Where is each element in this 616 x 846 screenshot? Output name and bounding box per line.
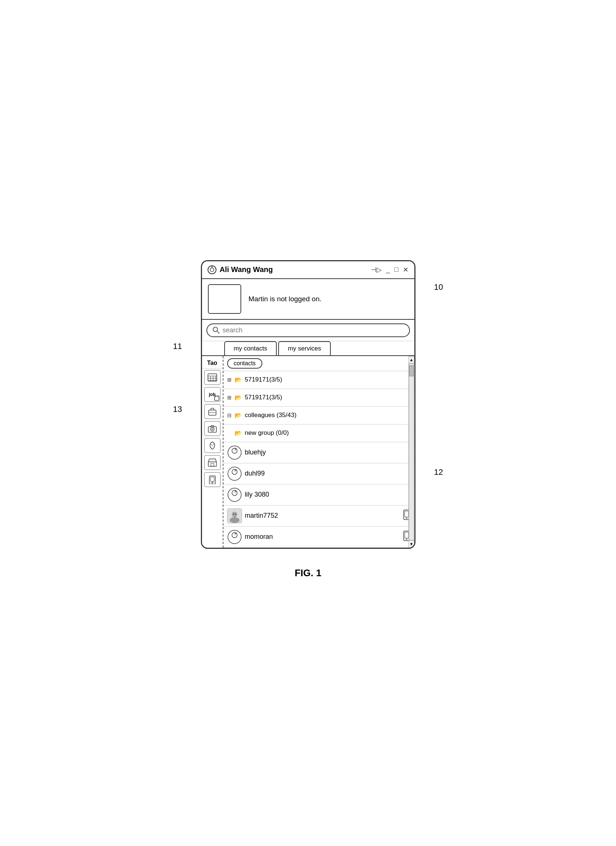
ref-label-11: 11 — [173, 342, 182, 351]
group-label: colleagues (35/43) — [245, 411, 297, 419]
ref-label-13: 13 — [173, 404, 182, 414]
svg-point-19 — [212, 429, 213, 430]
folder-icon: 📂 — [235, 412, 242, 419]
search-input[interactable] — [223, 326, 404, 334]
search-section — [202, 320, 414, 341]
avatar-duhl99 — [227, 466, 242, 481]
svg-point-41 — [235, 513, 236, 514]
list-item[interactable]: momoran — [223, 527, 414, 548]
search-icon — [213, 326, 220, 334]
ref-label-10: 10 — [434, 282, 443, 292]
list-item[interactable]: ⊟ 📂 colleagues (35/43) — [223, 407, 414, 424]
list-item[interactable]: ⊞ 📂 5719171(3/5) — [223, 389, 414, 407]
svg-line-20 — [213, 444, 214, 446]
list-item[interactable]: lily 3080 — [223, 485, 414, 505]
leaf-icon[interactable] — [204, 438, 220, 453]
profile-section: Martin is not logged on. — [202, 279, 414, 320]
sidebar: Tao — [202, 356, 223, 548]
window-controls: ⊣▷ _ □ ✕ — [371, 266, 408, 274]
ref-label-12: 12 — [434, 467, 443, 477]
svg-point-39 — [229, 517, 239, 523]
list-item[interactable]: ⊞ 📂 5719171(3/5) — [223, 371, 414, 389]
contact-name: duhl99 — [245, 470, 265, 477]
app-icon — [207, 265, 217, 275]
search-bar[interactable] — [207, 323, 410, 337]
svg-point-1 — [210, 268, 214, 272]
avatar-bluehjy — [227, 445, 242, 460]
avatar-momoran — [227, 530, 242, 544]
group-label: 5719171(3/5) — [245, 376, 282, 383]
svg-rect-23 — [211, 463, 214, 466]
svg-rect-25 — [211, 477, 214, 482]
svg-line-21 — [211, 444, 213, 446]
list-item[interactable]: 📂 new group (0/0) — [223, 424, 414, 442]
list-item[interactable]: martin7752 — [223, 505, 414, 527]
contacts-header: contacts — [223, 356, 414, 371]
sidebar-header: Tao — [202, 357, 223, 369]
svg-point-50 — [406, 539, 407, 540]
contact-name: martin7752 — [245, 512, 278, 520]
group-label: 5719171(3/5) — [245, 394, 282, 401]
content-area: Tao — [202, 356, 414, 548]
grid-icon[interactable] — [204, 370, 220, 385]
folder-icon: 📂 — [235, 376, 242, 383]
tab-my-contacts[interactable]: my contacts — [224, 341, 277, 355]
subgroup-label: new group (0/0) — [245, 429, 289, 437]
tabs-section: my contacts my services — [202, 341, 414, 356]
avatar — [208, 284, 241, 314]
main-window: Ali Wang Wang ⊣▷ _ □ ✕ Martin is not log… — [201, 260, 415, 549]
svg-rect-49 — [405, 532, 408, 538]
avatar-lily3080 — [227, 488, 242, 502]
svg-rect-22 — [208, 462, 216, 466]
svg-point-18 — [211, 427, 214, 431]
minimize-button[interactable]: _ — [386, 266, 390, 273]
svg-point-3 — [213, 327, 217, 332]
contact-name: lily 3080 — [245, 491, 269, 498]
contact-name: momoran — [245, 533, 273, 540]
contact-name: bluehjy — [245, 448, 266, 456]
scroll-down-button[interactable]: ▼ — [408, 540, 414, 548]
status-text: Martin is not logged on. — [249, 295, 322, 303]
fig-caption: FIG. 1 — [295, 567, 321, 579]
scrollbar: ▲ ▼ — [408, 356, 414, 548]
svg-point-44 — [406, 518, 407, 519]
svg-rect-43 — [405, 511, 408, 517]
list-panel: contacts ⊞ 📂 5719171(3/5) ⊞ — [223, 356, 414, 548]
svg-point-38 — [232, 511, 237, 517]
list-item[interactable]: duhl99 — [223, 463, 414, 485]
folder-icon: 📂 — [235, 394, 242, 401]
folder-icon: 📂 — [235, 430, 242, 437]
svg-point-27 — [212, 482, 213, 483]
tab-my-services[interactable]: my services — [278, 341, 331, 355]
contact-list: ⊞ 📂 5719171(3/5) ⊞ 📂 5719171(3/5) — [223, 371, 414, 548]
expand-icon[interactable]: ⊞ — [227, 377, 232, 383]
store-icon[interactable] — [204, 455, 220, 470]
expand-icon[interactable]: ⊞ — [227, 395, 232, 400]
scroll-thumb[interactable] — [409, 365, 414, 376]
avatar-martin7752 — [227, 508, 242, 523]
svg-line-4 — [217, 331, 219, 333]
maximize-button[interactable]: □ — [395, 266, 399, 273]
close-button[interactable]: ✕ — [403, 266, 408, 274]
svg-rect-5 — [208, 374, 217, 381]
list-item[interactable]: bluehjy — [223, 442, 414, 463]
scroll-track[interactable] — [409, 363, 414, 540]
scroll-up-button[interactable]: ▲ — [408, 356, 414, 363]
collapse-icon[interactable]: ⊟ — [227, 412, 232, 418]
svg-rect-12 — [214, 396, 219, 400]
job-icon[interactable]: job — [204, 387, 220, 402]
pin-button[interactable]: ⊣▷ — [371, 266, 382, 274]
contacts-button[interactable]: contacts — [227, 358, 263, 369]
camera-icon[interactable] — [204, 421, 220, 436]
svg-point-40 — [233, 513, 234, 514]
briefcase-icon[interactable] — [204, 404, 220, 419]
title-bar: Ali Wang Wang ⊣▷ _ □ ✕ — [202, 261, 414, 279]
window-title: Ali Wang Wang — [220, 265, 273, 274]
video-icon[interactable] — [204, 472, 220, 487]
